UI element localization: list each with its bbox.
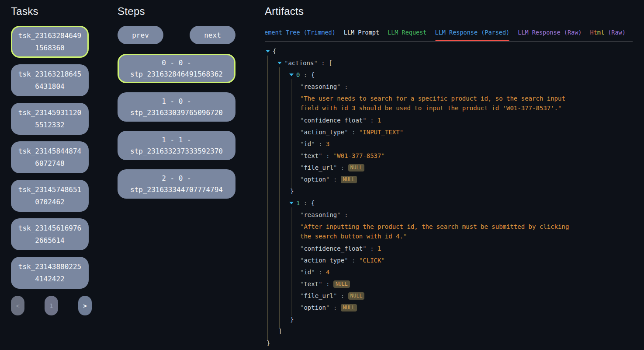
collapse-arrow-icon[interactable] — [289, 202, 294, 204]
json-colon: : — [337, 292, 348, 299]
json-line: "file_url" : NULL — [265, 162, 633, 174]
json-string-quote: " — [403, 233, 407, 240]
tab-label-part: m — [597, 29, 601, 36]
json-line: "confidence_float" : 1 — [265, 115, 633, 126]
tab-html-raw[interactable]: Html (Raw) — [590, 29, 626, 41]
json-string: W01-377-8537 — [337, 152, 381, 159]
json-colon: : — [300, 71, 311, 78]
json-key: reasoning — [304, 83, 337, 90]
json-key: text — [304, 152, 319, 159]
step-button[interactable]: 1 - 1 - stp_231633237333592370 — [118, 131, 235, 160]
json-key-quote: " — [363, 245, 366, 252]
json-line: "option" : NULL — [265, 174, 633, 186]
tab-llm-request[interactable]: LLM Request — [388, 29, 426, 41]
json-string: After inputting the product id, the sear… — [300, 223, 569, 240]
json-line: "actions" : [ — [265, 57, 633, 69]
artifacts-title: Artifacts — [265, 5, 633, 18]
json-line: "action_type" : "CLICK" — [265, 255, 633, 266]
json-line: } — [265, 186, 633, 197]
json-punct: { — [311, 200, 315, 206]
json-string: The user needs to search for a specific … — [300, 95, 565, 112]
json-key: id — [304, 140, 311, 147]
json-null: NULL — [333, 280, 350, 288]
json-key-quote: " — [363, 117, 366, 124]
json-line: "file_url" : NULL — [265, 290, 633, 302]
artifacts-tabbar: Element Tree (Trimmed)LLM PromptLLM Requ… — [265, 28, 633, 42]
task-button[interactable]: tsk_231459311205512332 — [11, 103, 89, 135]
pagination-current-page-button[interactable]: 1 — [45, 296, 58, 315]
indent-guide — [267, 56, 268, 340]
json-tree-viewer: {"actions" : [0 : {"reasoning" : "The us… — [265, 46, 633, 349]
json-key: file_url — [304, 164, 333, 171]
json-key: reasoning — [304, 211, 337, 218]
json-line: "id" : 4 — [265, 266, 633, 278]
json-key-quote: " — [337, 211, 340, 218]
tab-label-part: l — [601, 29, 604, 36]
pagination-prev-button[interactable]: < — [11, 296, 24, 315]
json-colon: : — [341, 83, 348, 90]
tasks-panel: Tasks tsk_231632846491568360tsk_23163218… — [11, 0, 92, 315]
tab-llm-prompt[interactable]: LLM Prompt — [344, 29, 379, 41]
json-line: "text" : NULL — [265, 278, 633, 290]
task-list: tsk_231632846491568360tsk_23163218645643… — [11, 26, 92, 289]
steps-next-button[interactable]: next — [190, 26, 235, 44]
json-colon: : — [367, 117, 377, 124]
json-line: "reasoning" : — [265, 209, 633, 221]
json-colon: : — [322, 152, 333, 159]
json-line: } — [265, 337, 633, 349]
json-number: 1 — [377, 245, 381, 252]
task-button[interactable]: tsk_231457486510702462 — [11, 180, 89, 212]
json-key-quote: " — [319, 280, 322, 287]
json-colon: : — [348, 129, 359, 136]
json-colon: : — [315, 140, 326, 147]
indent-guide — [291, 207, 291, 316]
pagination-next-button[interactable]: > — [78, 296, 92, 315]
tab-llm-response-parsed[interactable]: LLM Response (Parsed) — [435, 29, 510, 41]
json-number: 4 — [326, 269, 329, 276]
task-button[interactable]: tsk_231456169762665614 — [11, 218, 89, 250]
collapse-arrow-icon[interactable] — [266, 50, 270, 52]
json-punct: { — [311, 71, 315, 78]
step-button[interactable]: 0 - 0 - stp_231632846491568362 — [118, 54, 235, 83]
json-colon: : — [318, 60, 329, 66]
tab-element-tree-trimmed[interactable]: Element Tree (Trimmed) — [265, 29, 336, 41]
json-punct: } — [290, 316, 294, 323]
task-button[interactable]: tsk_231458448746072748 — [11, 141, 89, 173]
json-colon: : — [341, 211, 348, 218]
json-key-quote: " — [311, 269, 315, 276]
tasks-pagination: < 1 > — [11, 296, 92, 315]
tab-llm-response-raw[interactable]: LLM Response (Raw) — [518, 29, 582, 41]
json-key-quote: " — [314, 60, 317, 66]
json-number: 1 — [377, 117, 381, 124]
json-line: ] — [265, 326, 633, 337]
task-button[interactable]: tsk_231632186456431804 — [11, 64, 89, 96]
json-key: confidence_float — [304, 117, 363, 124]
tab-label-part: (Raw) — [604, 29, 626, 36]
json-colon: : — [322, 280, 333, 287]
json-punct: [ — [329, 60, 332, 66]
step-button[interactable]: 1 - 0 - stp_231633039765096720 — [118, 92, 235, 122]
task-button[interactable]: tsk_231632846491568360 — [11, 26, 89, 58]
json-key-quote: " — [344, 129, 348, 136]
steps-prev-button[interactable]: prev — [118, 26, 163, 44]
json-colon: : — [300, 200, 311, 206]
tabbar-baseline — [265, 41, 633, 42]
json-line: "id" : 3 — [265, 138, 633, 150]
json-line: "confidence_float" : 1 — [265, 243, 633, 255]
json-line: "reasoning" : — [265, 81, 633, 93]
json-line: "text" : "W01-377-8537" — [265, 150, 633, 162]
json-key: confidence_float — [304, 245, 363, 252]
collapse-arrow-icon[interactable] — [277, 62, 282, 64]
json-null: NULL — [348, 292, 365, 300]
json-colon: : — [367, 245, 377, 252]
json-colon: : — [348, 257, 359, 264]
json-key: text — [304, 280, 319, 287]
json-key: option — [304, 176, 326, 183]
collapse-arrow-icon[interactable] — [289, 74, 294, 76]
step-button[interactable]: 2 - 0 - stp_231633344707774794 — [118, 169, 235, 199]
task-button[interactable]: tsk_231438802254142422 — [11, 257, 89, 289]
steps-panel: Steps prev next 0 - 0 - stp_231632846491… — [118, 0, 235, 208]
json-line: "action_type" : "INPUT_TEXT" — [265, 126, 633, 138]
json-colon: : — [315, 269, 326, 276]
json-key-quote: " — [337, 83, 340, 90]
